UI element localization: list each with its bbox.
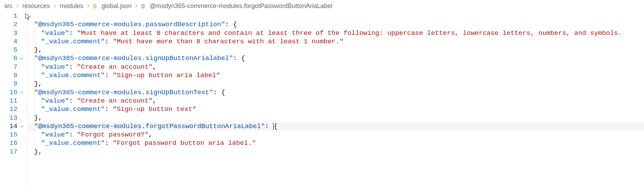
line-number: 3 (0, 29, 17, 37)
line-number: 16 (0, 139, 17, 147)
code-editor[interactable]: 1234567891011121314151617 "@msdyn365-com… (0, 12, 644, 186)
code-line[interactable]: "value": "Create an account", (27, 63, 644, 71)
code-line[interactable]: "_value.comment": "Sign-up button text" (27, 105, 644, 113)
code-line[interactable] (27, 12, 644, 20)
line-number: 9 (0, 80, 17, 88)
line-number: 11 (0, 97, 17, 105)
line-number: 4 (0, 37, 17, 46)
chevron-right-icon (53, 4, 57, 8)
code-line[interactable]: "value": "Must have at least 8 character… (27, 29, 644, 37)
line-number-gutter: 1234567891011121314151617 (0, 12, 27, 186)
code-line[interactable]: "value": "Forgot password?", (27, 131, 644, 139)
chevron-right-icon (15, 4, 20, 8)
line-number: 5 (0, 46, 17, 54)
line-number: 14 (0, 122, 17, 131)
breadcrumb-item[interactable]: modules (60, 2, 83, 10)
chevron-down-icon[interactable] (19, 88, 24, 97)
breadcrumb-item[interactable]: src (4, 2, 13, 10)
line-number: 17 (0, 148, 17, 156)
line-number: 10 (0, 88, 17, 97)
line-number: 2 (0, 20, 17, 29)
line-number: 15 (0, 131, 17, 139)
breadcrumb-item[interactable]: resources (22, 2, 50, 10)
json-object-icon: {} (141, 3, 147, 9)
line-number: 7 (0, 63, 17, 71)
chevron-right-icon (134, 4, 138, 8)
code-line[interactable]: "_value.comment": "Forgot password butto… (27, 139, 644, 147)
svg-text:{}: {} (141, 3, 145, 8)
line-number: 12 (0, 105, 17, 113)
line-number: 1 (0, 12, 17, 20)
svg-text:{}: {} (93, 3, 97, 8)
chevron-down-icon[interactable] (19, 122, 24, 131)
line-number: 8 (0, 71, 17, 80)
code-content[interactable]: "@msdyn365-commerce-modules.passwordDesc… (27, 12, 644, 186)
breadcrumb-item[interactable]: global.json (102, 2, 132, 10)
code-line[interactable]: "_value.comment": "Sign-up button aria l… (27, 71, 644, 80)
code-line[interactable]: "@msdyn365-commerce-modules.signUpButton… (27, 54, 644, 62)
code-line[interactable]: "@msdyn365-commerce-modules.passwordDesc… (27, 20, 644, 29)
chevron-down-icon[interactable] (19, 54, 24, 62)
breadcrumb: src resources modules {} global.json {} … (0, 0, 644, 12)
code-line[interactable]: }, (27, 80, 644, 88)
code-line[interactable]: }, (27, 148, 644, 156)
line-number: 13 (0, 114, 17, 122)
code-line[interactable]: "value": "Create an account", (27, 97, 644, 105)
code-line[interactable]: "@msdyn365-commerce-modules.signUpButton… (27, 88, 644, 97)
code-line[interactable]: "@msdyn365-commerce-modules.forgotPasswo… (27, 122, 644, 131)
breadcrumb-item[interactable]: @msdyn365-commerce-modules.forgotPasswor… (150, 2, 332, 10)
code-line[interactable]: "_value.comment": "Must have more than 8… (27, 37, 644, 46)
line-number: 6 (0, 54, 17, 62)
code-line[interactable]: }, (27, 114, 644, 122)
json-file-icon: {} (93, 3, 99, 9)
code-line[interactable]: }, (27, 46, 644, 54)
chevron-right-icon (86, 4, 90, 8)
